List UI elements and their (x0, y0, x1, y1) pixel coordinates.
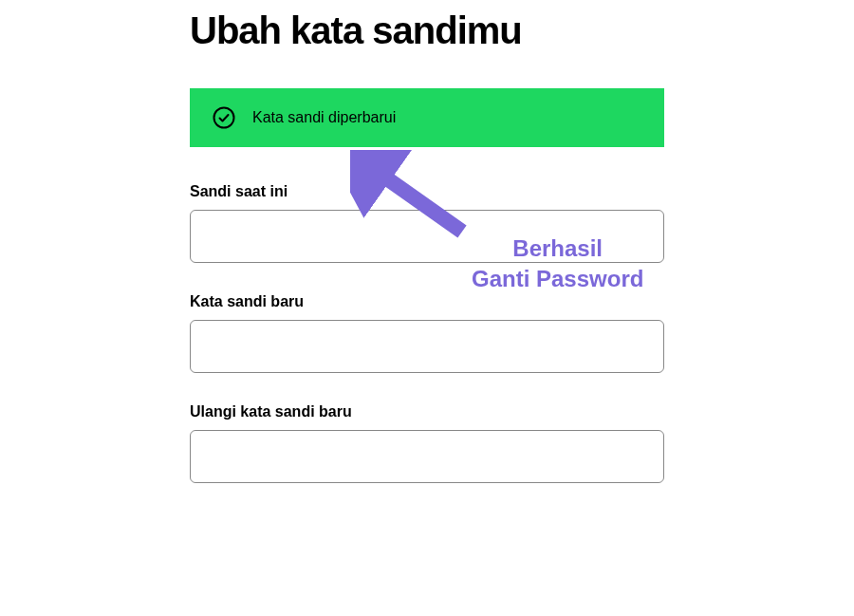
current-password-input[interactable] (190, 210, 664, 263)
page-title: Ubah kata sandimu (190, 9, 664, 52)
change-password-form: Ubah kata sandimu Kata sandi diperbarui … (0, 0, 854, 483)
svg-point-0 (214, 108, 234, 128)
current-password-label: Sandi saat ini (190, 183, 664, 200)
repeat-password-label: Ulangi kata sandi baru (190, 403, 664, 420)
check-circle-icon (213, 106, 235, 129)
new-password-group: Kata sandi baru (190, 293, 664, 373)
repeat-password-input[interactable] (190, 430, 664, 483)
current-password-group: Sandi saat ini (190, 183, 664, 263)
success-banner: Kata sandi diperbarui (190, 88, 664, 147)
new-password-label: Kata sandi baru (190, 293, 664, 310)
repeat-password-group: Ulangi kata sandi baru (190, 403, 664, 483)
new-password-input[interactable] (190, 320, 664, 373)
success-message: Kata sandi diperbarui (252, 109, 396, 126)
